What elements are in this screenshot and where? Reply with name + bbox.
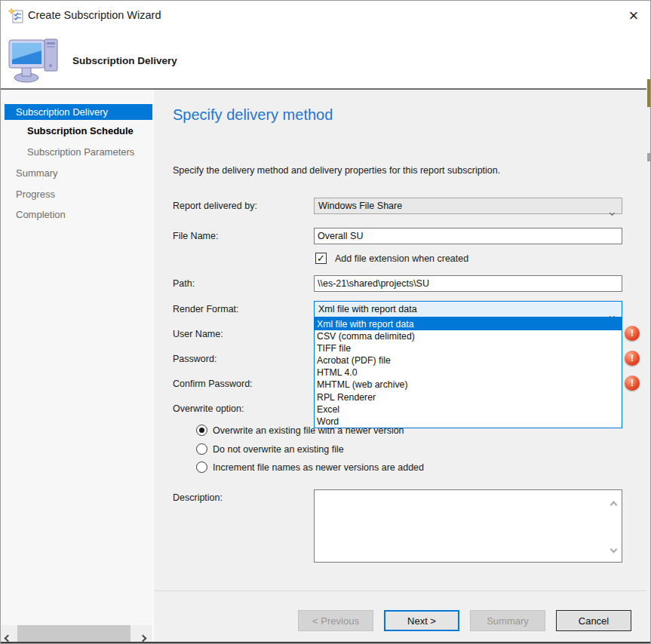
header-step-title: Subscription Delivery	[72, 55, 177, 66]
add-extension-label[interactable]: Add file extension when created	[335, 253, 468, 265]
sidebar-item-subscription-delivery[interactable]: Subscription Delivery	[5, 104, 152, 120]
title-bar: Create Subscription Wizard ×	[1, 1, 646, 31]
report-delivered-by-value: Windows File Share	[318, 201, 402, 211]
footer-separator	[154, 590, 646, 591]
next-button[interactable]: Next >	[384, 610, 459, 631]
render-format-option[interactable]: HTML 4.0	[315, 366, 622, 379]
radio-do-not-overwrite-label[interactable]: Do not overwrite an existing file	[213, 443, 344, 455]
previous-button: < Previous	[298, 610, 373, 631]
radio-do-not-overwrite[interactable]	[196, 443, 207, 455]
intro-text: Specify the delivery method and delivery…	[173, 165, 500, 176]
page-title: Specify delivery method	[173, 106, 333, 124]
wizard-app-icon	[8, 8, 25, 24]
render-format-option[interactable]: RPL Renderer	[315, 391, 622, 403]
sidebar-item-progress[interactable]: Progress	[1, 186, 55, 202]
radio-increment-names-label[interactable]: Increment file names as newer versions a…	[213, 462, 424, 474]
scroll-down-icon[interactable]	[611, 541, 616, 555]
password-label: Password:	[173, 351, 216, 367]
sidebar-item-subscription-schedule[interactable]: Subscription Schedule	[1, 123, 134, 139]
render-format-option[interactable]: Xml file with report data	[315, 318, 622, 330]
file-name-input[interactable]	[314, 228, 622, 244]
report-delivered-by-select[interactable]: Windows File Share	[314, 198, 622, 214]
wizard-steps-sidebar: Subscription Delivery Subscription Sched…	[1, 90, 154, 642]
computer-icon	[7, 35, 64, 87]
user-name-error-icon: !	[625, 326, 640, 341]
render-format-dropdown-list: Xml file with report data CSV (comma del…	[314, 317, 622, 428]
render-format-option[interactable]: MHTML (web archive)	[315, 379, 622, 391]
summary-button: Summary	[470, 610, 545, 631]
password-error-icon: !	[625, 351, 640, 366]
description-textarea[interactable]	[314, 489, 622, 563]
render-format-select[interactable]: Xml file with report data	[314, 301, 622, 317]
render-format-option[interactable]: CSV (comma delimited)	[315, 330, 622, 342]
close-icon[interactable]: ×	[622, 5, 645, 27]
path-label: Path:	[173, 275, 195, 292]
overwrite-option-label: Overwrite option:	[173, 400, 244, 417]
wizard-header: Subscription Delivery	[1, 31, 646, 88]
window-title: Create Subscription Wizard	[28, 9, 161, 21]
file-name-label: File Name:	[173, 228, 218, 244]
report-delivered-by-label: Report delivered by:	[173, 198, 257, 214]
check-icon: ✓	[317, 253, 325, 264]
main-panel: Specify delivery method Specify the deli…	[154, 90, 646, 642]
confirm-password-error-icon: !	[625, 376, 640, 391]
user-name-label: User Name:	[173, 326, 223, 342]
right-edge-strip	[646, 1, 651, 644]
radio-overwrite-newer[interactable]	[196, 425, 207, 436]
render-format-option[interactable]: Excel	[315, 403, 622, 416]
path-input[interactable]	[314, 275, 622, 292]
add-extension-checkbox[interactable]: ✓	[315, 253, 327, 264]
sidebar-horizontal-scrollbar[interactable]	[1, 625, 152, 642]
confirm-password-label: Confirm Password:	[173, 376, 253, 392]
render-format-option[interactable]: Acrobat (PDF) file	[315, 354, 622, 366]
render-format-option[interactable]: Word	[315, 416, 622, 428]
description-label: Description:	[173, 489, 223, 506]
create-subscription-wizard-window: Create Subscription Wizard × Subscriptio…	[0, 0, 651, 644]
chevron-down-icon	[610, 204, 614, 219]
render-format-option[interactable]: TIFF file	[315, 342, 622, 354]
scroll-up-icon[interactable]	[611, 497, 616, 511]
cancel-button[interactable]: Cancel	[556, 610, 631, 631]
scrollbar-thumb[interactable]	[17, 625, 131, 642]
radio-increment-names[interactable]	[196, 462, 207, 473]
sidebar-item-completion[interactable]: Completion	[1, 207, 66, 222]
render-format-label: Render Format:	[173, 301, 239, 317]
render-format-value: Xml file with report data	[318, 304, 417, 314]
sidebar-item-summary[interactable]: Summary	[1, 165, 58, 181]
sidebar-item-subscription-parameters[interactable]: Subscription Parameters	[1, 144, 134, 160]
